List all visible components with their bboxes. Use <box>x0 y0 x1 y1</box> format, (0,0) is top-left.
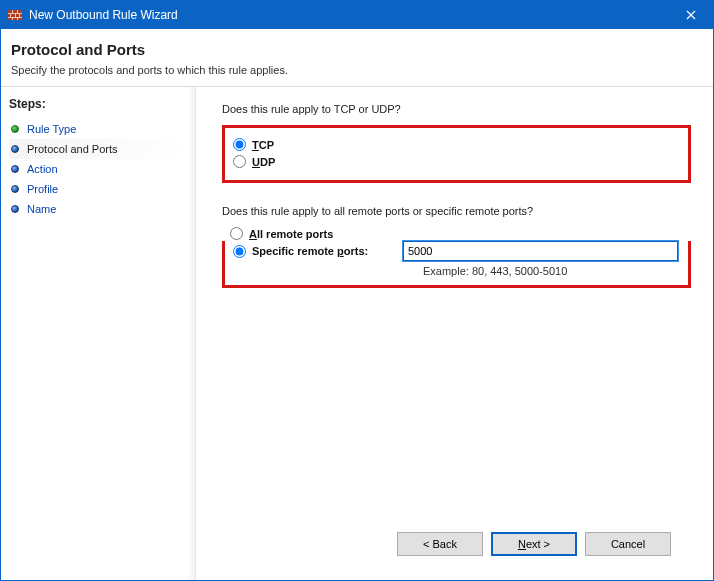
step-label: Action <box>27 163 58 175</box>
protocol-udp-label[interactable]: UDP <box>252 156 275 168</box>
svg-rect-7 <box>19 14 20 17</box>
step-bullet-icon <box>11 185 19 193</box>
svg-rect-8 <box>12 18 13 20</box>
protocol-prompt: Does this rule apply to TCP or UDP? <box>222 103 691 115</box>
svg-rect-2 <box>8 17 22 18</box>
step-label: Name <box>27 203 56 215</box>
step-bullet-icon <box>11 165 19 173</box>
back-button[interactable]: < Back <box>397 532 483 556</box>
ports-all-radio[interactable] <box>230 227 243 240</box>
step-label: Rule Type <box>27 123 76 135</box>
close-button[interactable] <box>669 1 713 29</box>
close-icon <box>686 10 696 20</box>
step-protocol-ports[interactable]: Protocol and Ports <box>9 139 187 159</box>
ports-group-highlight: Specific remote ports: Example: 80, 443,… <box>222 241 691 288</box>
ports-specific-radio[interactable] <box>233 245 246 258</box>
svg-rect-6 <box>15 14 16 17</box>
step-label: Protocol and Ports <box>27 143 118 155</box>
svg-rect-3 <box>12 10 13 13</box>
protocol-tcp-radio[interactable] <box>233 138 246 151</box>
step-bullet-icon <box>11 205 19 213</box>
step-rule-type[interactable]: Rule Type <box>9 119 187 139</box>
ports-prompt: Does this rule apply to all remote ports… <box>222 205 691 217</box>
protocol-group-highlight: TCP UDP <box>222 125 691 183</box>
content-panel: Does this rule apply to TCP or UDP? TCP … <box>196 87 713 580</box>
window-title: New Outbound Rule Wizard <box>29 8 669 22</box>
protocol-udp-row: UDP <box>233 155 678 168</box>
protocol-tcp-label[interactable]: TCP <box>252 139 274 151</box>
step-label: Profile <box>27 183 58 195</box>
svg-rect-9 <box>17 18 18 20</box>
svg-rect-1 <box>8 13 22 14</box>
protocol-tcp-row: TCP <box>233 138 678 151</box>
ports-specific-row: Specific remote ports: <box>233 241 678 261</box>
cancel-button[interactable]: Cancel <box>585 532 671 556</box>
protocol-udp-radio[interactable] <box>233 155 246 168</box>
ports-all-label[interactable]: All remote ports <box>249 228 333 240</box>
next-button[interactable]: Next > <box>491 532 577 556</box>
step-profile[interactable]: Profile <box>9 179 187 199</box>
step-name[interactable]: Name <box>9 199 187 219</box>
page-title: Protocol and Ports <box>11 41 703 58</box>
firewall-icon <box>7 7 23 23</box>
ports-input[interactable] <box>403 241 678 261</box>
titlebar: New Outbound Rule Wizard <box>1 1 713 29</box>
wizard-footer: < Back Next > Cancel <box>222 522 691 570</box>
step-bullet-icon <box>11 125 19 133</box>
ports-all-row: All remote ports <box>230 227 691 240</box>
ports-specific-label[interactable]: Specific remote ports: <box>252 245 368 257</box>
svg-rect-5 <box>10 14 11 17</box>
wizard-header: Protocol and Ports Specify the protocols… <box>1 29 713 87</box>
step-bullet-icon <box>11 145 19 153</box>
wizard-body: Steps: Rule Type Protocol and Ports Acti… <box>1 87 713 580</box>
steps-panel: Steps: Rule Type Protocol and Ports Acti… <box>1 87 196 580</box>
steps-heading: Steps: <box>9 97 187 111</box>
ports-hint: Example: 80, 443, 5000-5010 <box>423 265 678 277</box>
wizard-window: New Outbound Rule Wizard Protocol and Po… <box>0 0 714 581</box>
page-subtitle: Specify the protocols and ports to which… <box>11 64 703 76</box>
step-action[interactable]: Action <box>9 159 187 179</box>
svg-rect-4 <box>17 10 18 13</box>
